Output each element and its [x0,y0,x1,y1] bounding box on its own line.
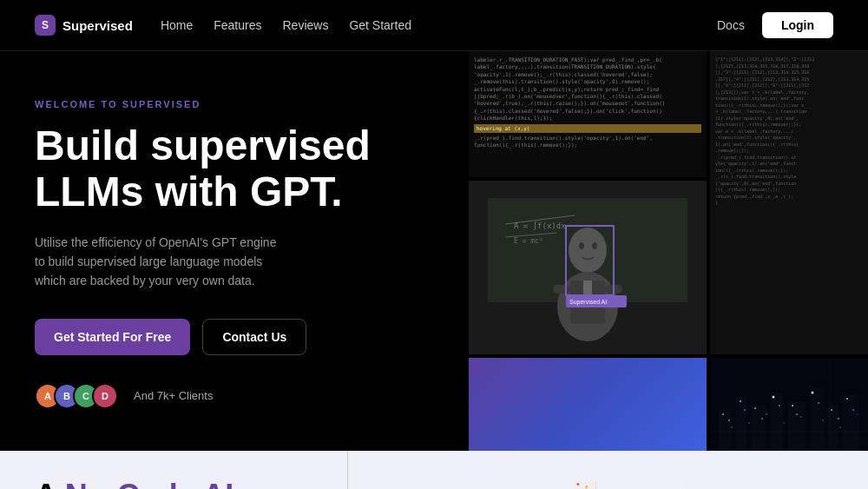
svg-rect-18 [719,410,732,451]
welcome-label: WELCOME TO SUPERVISED [35,99,417,109]
code-panel-top: labeler.r_.TRANSITION_DURATION_FAST);var… [469,51,707,177]
svg-text:E = mc²: E = mc² [514,237,543,245]
svg-point-31 [761,418,763,420]
svg-point-48 [839,426,841,428]
svg-point-45 [783,422,785,424]
svg-point-27 [728,420,730,421]
svg-point-26 [722,413,724,415]
hero-left: WELCOME TO SUPERVISED Build supervised L… [0,51,451,451]
nav-home[interactable]: Home [161,18,193,32]
svg-point-33 [779,405,780,406]
svg-point-28 [740,400,741,402]
hero-title: Build supervised LLMs with GPT. [35,123,417,215]
svg-point-39 [838,418,839,420]
svg-point-12 [579,242,584,249]
login-button[interactable]: Login [762,12,833,38]
bottom-title: A No-Code AI [35,478,233,490]
svg-point-38 [831,409,832,411]
svg-point-41 [852,409,854,411]
get-started-button[interactable]: Get Started For Free [35,319,190,355]
svg-point-46 [800,416,802,418]
logo-icon: S [35,15,56,36]
cards-icon: 🃏 [569,480,602,489]
svg-point-6 [569,228,607,273]
svg-rect-19 [736,397,746,451]
code-panel-right: {"1":[[211],[212],[213,314]],"2":[[211 ]… [710,51,868,354]
svg-point-47 [822,420,824,421]
svg-point-29 [744,409,746,411]
navbar: S Supervised Home Features Reviews Get S… [0,0,868,51]
hero-right: labeler.r_.TRANSITION_DURATION_FAST);var… [451,51,868,451]
nav-docs-link[interactable]: Docs [717,18,745,32]
svg-point-13 [592,242,597,249]
bottom-divider [347,451,348,489]
nav-get-started[interactable]: Get Started [349,18,411,32]
clients-text: And 7k+ Clients [134,389,213,402]
svg-point-37 [818,402,819,404]
svg-point-42 [731,426,733,428]
person-photo: A = ∫f(x)dx E = mc² [469,181,707,354]
nav-logo[interactable]: S Supervised [35,15,133,36]
nav-links: Home Features Reviews Get Started [161,18,411,32]
svg-rect-10 [553,285,570,294]
nav-reviews[interactable]: Reviews [282,18,328,32]
client-avatars: A B C D [35,383,111,409]
city-panel [710,358,868,451]
svg-text:Supervised AI: Supervised AI [569,299,607,306]
svg-point-30 [754,407,756,409]
svg-rect-21 [771,393,783,451]
bottom-icons: 🃏 ⚛ [569,480,694,489]
svg-point-32 [773,396,775,399]
hero-description: Utilise the efficiency of OpenAI's GPT e… [35,233,278,291]
gradient-panel [469,358,707,451]
svg-point-43 [748,422,750,424]
mosaic-grid: labeler.r_.TRANSITION_DURATION_FAST);var… [469,51,868,451]
svg-rect-23 [810,388,824,451]
nav-left: S Supervised Home Features Reviews Get S… [35,15,411,36]
svg-point-40 [846,398,848,400]
svg-rect-25 [843,394,858,451]
svg-point-49 [857,413,858,415]
svg-point-34 [792,405,793,406]
svg-rect-20 [751,406,766,451]
svg-point-36 [812,392,814,394]
nav-right: Docs Login [717,12,833,38]
avatar-4: D [92,383,118,409]
svg-text:A = ∫f(x)dx: A = ∫f(x)dx [514,221,566,230]
clients-row: A B C D And 7k+ Clients [35,383,417,409]
svg-point-35 [796,413,798,415]
atom-icon: ⚛ [671,480,694,489]
hero-buttons: Get Started For Free Contact Us [35,319,417,355]
logo-text: Supervised [62,18,133,33]
contact-us-button[interactable]: Contact Us [202,319,306,355]
svg-rect-22 [788,401,806,451]
hero-section: WELCOME TO SUPERVISED Build supervised L… [0,51,868,451]
nav-features[interactable]: Features [214,18,261,32]
bottom-section: A No-Code AI 🃏 ⚛ [0,451,868,489]
svg-point-44 [766,413,767,415]
